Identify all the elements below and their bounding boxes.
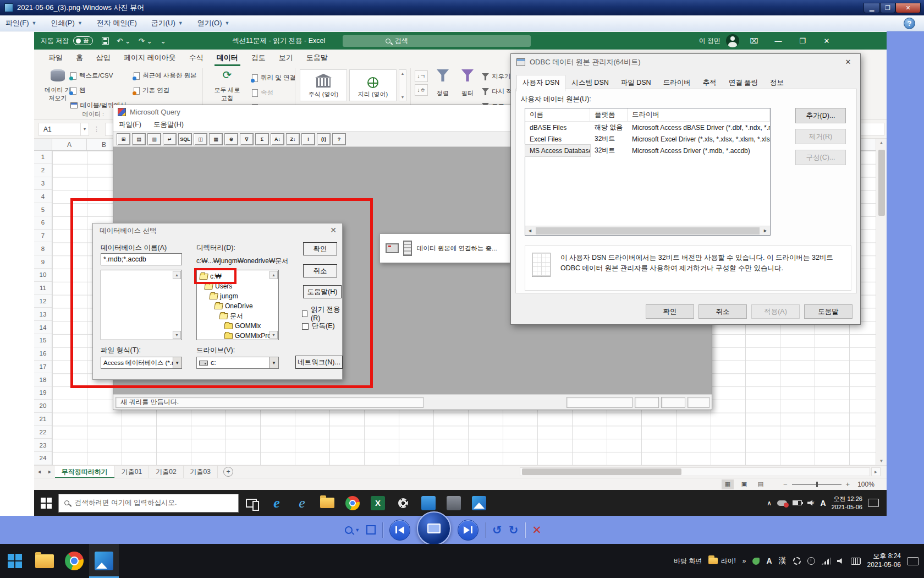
row-header[interactable]: 6 — [34, 216, 52, 230]
taskbar-search-input[interactable]: 검색하려면 여기에 입력하십시오. — [58, 494, 239, 512]
add-button[interactable]: 추가(D)... — [795, 108, 846, 123]
listview-hscrollbar[interactable]: ◄ ► — [525, 226, 770, 235]
file-explorer-icon[interactable] — [315, 490, 340, 516]
autosave-toggle[interactable]: 끔 — [73, 36, 93, 45]
show-tables-button[interactable]: ◫ — [194, 133, 207, 145]
odbc-tab[interactable]: 추적 — [697, 75, 723, 91]
odbc-tab[interactable]: 파일 DSN — [615, 75, 657, 91]
tray-gear-icon[interactable] — [793, 557, 801, 565]
menu-item[interactable]: 파일(F) — [119, 120, 141, 129]
vertical-scrollbar[interactable]: ▲ ▼ — [876, 139, 887, 465]
network-signal-icon[interactable] — [822, 558, 831, 565]
edge-icon[interactable]: e — [264, 490, 289, 516]
open-query-button[interactable]: ▤ — [132, 133, 146, 145]
tray-icon-green[interactable] — [752, 558, 760, 565]
row-header[interactable]: 7 — [34, 230, 52, 243]
sort-asc-button[interactable]: A↓ — [271, 133, 284, 145]
file-explorer-icon[interactable] — [30, 544, 59, 578]
row-header[interactable]: 2 — [34, 164, 52, 177]
page-break-view-button[interactable]: ▤ — [755, 479, 767, 489]
excel-search-box[interactable]: 검색 — [343, 35, 531, 47]
row-header[interactable]: 8 — [34, 242, 52, 255]
actual-size-icon[interactable] — [366, 525, 376, 535]
ribbon-display-options-icon[interactable]: ⌧ — [745, 34, 763, 48]
row-header[interactable]: 11 — [34, 282, 52, 295]
get-data-button[interactable]: 데이터 가 져오기 — [41, 69, 75, 102]
save-icon[interactable] — [102, 37, 109, 45]
hscroll-thumb[interactable] — [522, 468, 681, 475]
table-row[interactable]: dBASE Files해당 없음Microsoft Access dBASE D… — [525, 122, 770, 133]
row-header[interactable]: 5 — [34, 203, 52, 216]
table-row[interactable]: MS Access Database32비트Microsoft Access D… — [525, 145, 770, 156]
scroll-left-icon[interactable]: ◄ — [525, 226, 535, 235]
row-header[interactable]: 16 — [34, 347, 52, 361]
odbc-close-icon[interactable]: ✕ — [836, 54, 860, 69]
row-header[interactable]: 18 — [34, 373, 52, 386]
ok-button[interactable]: 확인 — [646, 304, 694, 319]
close-button[interactable]: ✕ — [895, 3, 921, 13]
row-header[interactable]: 22 — [34, 426, 52, 439]
help-icon[interactable]: ? — [904, 18, 915, 29]
row-header[interactable]: 23 — [34, 439, 52, 452]
action-center-icon[interactable] — [868, 499, 879, 507]
excel-close-button[interactable]: ✕ — [817, 34, 836, 48]
avatar[interactable] — [726, 34, 739, 47]
row-header[interactable]: 1 — [34, 151, 52, 164]
excel-minimize-button[interactable]: — — [769, 34, 788, 48]
query-now-button[interactable]: ! — [301, 133, 315, 145]
cycle-totals-button[interactable]: Σ — [255, 133, 269, 145]
settings-gear-icon[interactable] — [391, 490, 416, 516]
ribbon-tab[interactable]: 도움말 — [300, 50, 334, 66]
taskbar-clock[interactable]: 오전 12:26 2021-05-06 — [832, 495, 862, 511]
row-header[interactable]: 21 — [34, 413, 52, 426]
next-button[interactable] — [458, 520, 479, 541]
horizontal-scrollbar[interactable] — [520, 467, 870, 476]
zoom-level[interactable]: 100% — [857, 481, 875, 488]
desktop-toolbar[interactable]: 바탕 화면 — [674, 557, 702, 566]
rotate-right-icon[interactable]: ↻ — [509, 524, 519, 537]
save-query-button[interactable]: ▥ — [147, 133, 161, 145]
rotate-left-icon[interactable]: ↺ — [492, 524, 502, 537]
geography-datatype-button[interactable]: 지리 (영어) — [349, 69, 397, 101]
view-sql-button[interactable]: SQL — [178, 133, 192, 145]
ribbon-tab[interactable]: 홈 — [69, 50, 90, 66]
sheet-tab[interactable]: 기출02 — [149, 466, 183, 478]
tray-clock-icon[interactable] — [807, 557, 815, 565]
sort-button[interactable]: 정렬 — [431, 69, 454, 97]
page-layout-view-button[interactable]: ▣ — [738, 479, 750, 489]
menu-item[interactable]: 파일(F)▼ — [6, 18, 37, 28]
action-center-icon[interactable] — [908, 557, 919, 565]
ime-indicator[interactable]: A — [821, 499, 826, 508]
column-header[interactable]: A — [52, 139, 87, 150]
odbc-tab[interactable]: 연결 풀링 — [723, 75, 764, 91]
row-header[interactable]: 10 — [34, 269, 52, 282]
redo-icon[interactable]: ↷ ⌄ — [139, 37, 152, 45]
menu-item[interactable]: 도움말(H) — [153, 120, 184, 129]
maximize-button[interactable]: ❐ — [880, 3, 895, 13]
row-header[interactable]: 17 — [34, 361, 52, 374]
ribbon-tab[interactable]: 파일 — [42, 50, 69, 66]
row-header[interactable]: 24 — [34, 452, 52, 465]
onedrive-icon[interactable] — [777, 500, 787, 506]
sort-descending-button[interactable]: ↓ㅎ — [415, 84, 428, 96]
row-header[interactable]: 4 — [34, 190, 52, 203]
zoom-slider[interactable] — [792, 484, 842, 485]
minimize-button[interactable]: ▁ — [864, 3, 880, 13]
gallery-scrollbar[interactable]: ▲▼ — [399, 69, 406, 101]
row-header[interactable]: 19 — [34, 386, 52, 400]
slideshow-button[interactable] — [417, 511, 451, 546]
chrome-icon[interactable] — [340, 490, 365, 516]
existing-connections-button[interactable]: 기존 연결 — [134, 86, 169, 95]
ribbon-tab[interactable]: 수식 — [183, 50, 210, 66]
filter-button[interactable]: 필터 — [457, 69, 479, 97]
zoom-tool-icon[interactable]: ▼ — [345, 526, 360, 534]
criteria-equals-button[interactable]: ∇ — [240, 133, 254, 145]
return-data-button[interactable]: ↵ — [163, 133, 177, 145]
clear-filter-button[interactable]: 지우기 — [482, 73, 511, 81]
system-clock[interactable]: 오후 8:24 2021-05-06 — [867, 552, 901, 569]
menu-item[interactable]: 인쇄(P)▼ — [51, 18, 82, 28]
excel-icon[interactable]: X — [365, 490, 391, 516]
tray-expand-icon[interactable]: ∧ — [767, 499, 772, 507]
listview-column-header[interactable]: 플랫폼 — [590, 108, 628, 121]
menu-item[interactable]: 굽기(U)▼ — [151, 18, 183, 28]
